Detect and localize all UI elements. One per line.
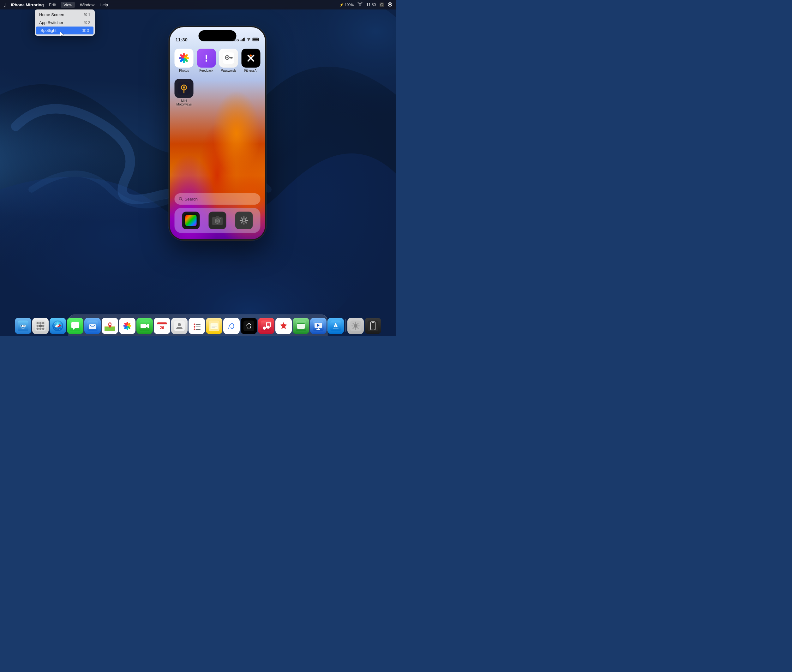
svg-point-38 xyxy=(220,218,221,219)
apple-menu[interactable]:  xyxy=(4,2,6,8)
dock-messages[interactable] xyxy=(67,318,83,334)
settings-icon xyxy=(237,213,251,227)
calendar-icon: 26 xyxy=(157,320,167,331)
freeform-icon xyxy=(226,320,237,331)
dock-notes[interactable] xyxy=(206,318,222,334)
svg-rect-111 xyxy=(297,323,305,324)
dock-settings[interactable] xyxy=(235,211,253,229)
svg-point-29 xyxy=(183,86,185,89)
svg-rect-22 xyxy=(223,53,234,64)
feedback-label: Feedback xyxy=(199,69,213,72)
dock-appletv[interactable] xyxy=(241,318,257,334)
dock-launchpad[interactable] xyxy=(32,318,49,334)
dock-camera[interactable] xyxy=(209,211,226,229)
wifi-icon xyxy=(246,38,251,42)
passwords-app-icon[interactable] xyxy=(219,49,238,67)
appstore-icon xyxy=(330,320,341,331)
dock-contacts[interactable] xyxy=(171,318,187,334)
app-photos-wrapper[interactable]: Photos xyxy=(174,49,195,72)
dock-mail[interactable] xyxy=(84,318,101,334)
finder-icon xyxy=(18,320,29,331)
menu-item-app-switcher[interactable]: App Switcher ⌘ 2 xyxy=(35,19,95,27)
svg-rect-8 xyxy=(242,39,243,42)
svg-line-31 xyxy=(182,200,182,200)
iphone-screen[interactable]: 11:30 SOS xyxy=(170,27,265,239)
appletv-icon xyxy=(243,320,254,331)
svg-point-126 xyxy=(354,324,357,328)
svg-rect-116 xyxy=(300,326,302,328)
dock-palette[interactable] xyxy=(182,211,200,229)
feedback-app-icon[interactable]: ! xyxy=(197,49,216,67)
iphone-frame: 11:30 SOS xyxy=(169,26,267,241)
svg-rect-114 xyxy=(303,325,305,326)
record-button[interactable] xyxy=(379,3,384,7)
menubar-right: ⚡ 100% 11:30 xyxy=(339,2,392,8)
app-passwords-wrapper[interactable]: Passwords xyxy=(218,49,239,72)
iphone-mirror-icon xyxy=(368,320,378,331)
svg-rect-7 xyxy=(241,40,242,42)
dock-photos-mac[interactable] xyxy=(119,318,136,334)
battery-icon xyxy=(253,38,259,42)
svg-point-103 xyxy=(263,326,266,330)
dock-freeform[interactable] xyxy=(223,318,240,334)
app-motorways-wrapper[interactable]: Mini Motorways xyxy=(174,79,195,106)
menu-item-spotlight[interactable]: Spotlight ⌘ 3 xyxy=(36,27,93,34)
dock-reminders[interactable] xyxy=(189,318,205,334)
svg-rect-100 xyxy=(226,320,237,331)
svg-rect-113 xyxy=(300,325,302,326)
app-grid-row1: Photos ! Feedback xyxy=(170,46,265,75)
iphone-search-bar[interactable]: Search xyxy=(174,193,261,205)
svg-point-50 xyxy=(37,325,39,327)
fitnessai-label: FitnessAI xyxy=(244,69,258,72)
dock-keynote[interactable] xyxy=(310,318,326,334)
svg-point-52 xyxy=(42,325,45,327)
messages-icon xyxy=(70,320,80,331)
svg-point-51 xyxy=(39,325,42,328)
spotlight-shortcut: ⌘ 3 xyxy=(82,29,89,33)
svg-text:26: 26 xyxy=(160,326,164,330)
menu-edit[interactable]: Edit xyxy=(49,3,56,7)
dock-news[interactable] xyxy=(275,318,292,334)
reminders-icon xyxy=(191,320,202,331)
dock-finder[interactable] xyxy=(15,318,31,334)
feedback-icon-symbol: ! xyxy=(205,53,208,64)
dock-safari[interactable] xyxy=(50,318,66,334)
dock-appstore[interactable] xyxy=(328,318,344,334)
menu-help[interactable]: Help xyxy=(99,3,108,7)
motorways-app-icon[interactable] xyxy=(174,79,194,98)
numbers-icon xyxy=(296,320,306,331)
svg-point-87 xyxy=(178,323,181,326)
svg-point-44 xyxy=(21,325,22,326)
app-switcher-shortcut: ⌘ 2 xyxy=(83,21,90,25)
menu-view[interactable]: View xyxy=(61,2,75,8)
dock-facetime[interactable] xyxy=(136,318,153,334)
app-name[interactable]: iPhone Mirroring xyxy=(11,3,44,7)
dock-calendar[interactable]: 26 xyxy=(154,318,170,334)
svg-rect-127 xyxy=(368,320,378,331)
dock-system-preferences[interactable] xyxy=(347,318,364,334)
dock-music[interactable] xyxy=(258,318,274,334)
safari-icon xyxy=(53,320,63,331)
menubar:  iPhone Mirroring Edit View Window Help… xyxy=(0,0,396,10)
iphone-status-icons: SOS xyxy=(232,38,259,42)
photos-mac-icon xyxy=(122,320,133,331)
signal-icon xyxy=(241,38,245,42)
app-feedback-wrapper[interactable]: ! Feedback xyxy=(196,49,217,72)
dock-maps[interactable] xyxy=(102,318,118,334)
view-dropdown-menu: Home Screen ⌘ 1 App Switcher ⌘ 2 Spotlig… xyxy=(35,10,95,36)
app-fitnessai-wrapper[interactable]: FitnessAI xyxy=(240,49,261,72)
svg-point-37 xyxy=(216,220,219,222)
facetime-icon xyxy=(139,320,150,331)
fitnessai-app-icon[interactable] xyxy=(241,49,260,67)
menu-item-home-screen[interactable]: Home Screen ⌘ 1 xyxy=(35,11,95,19)
iphone-dock xyxy=(174,208,261,233)
menu-window[interactable]: Window xyxy=(80,3,94,7)
dock-iphone-mirroring[interactable] xyxy=(365,318,381,334)
iphone-statusbar: 11:30 SOS xyxy=(170,27,265,44)
dock-numbers[interactable] xyxy=(293,318,309,334)
svg-point-68 xyxy=(109,323,111,325)
photos-app-icon[interactable] xyxy=(174,49,194,67)
motorways-svg xyxy=(178,82,190,95)
svg-rect-130 xyxy=(372,322,374,323)
fitnessai-svg xyxy=(245,52,257,64)
